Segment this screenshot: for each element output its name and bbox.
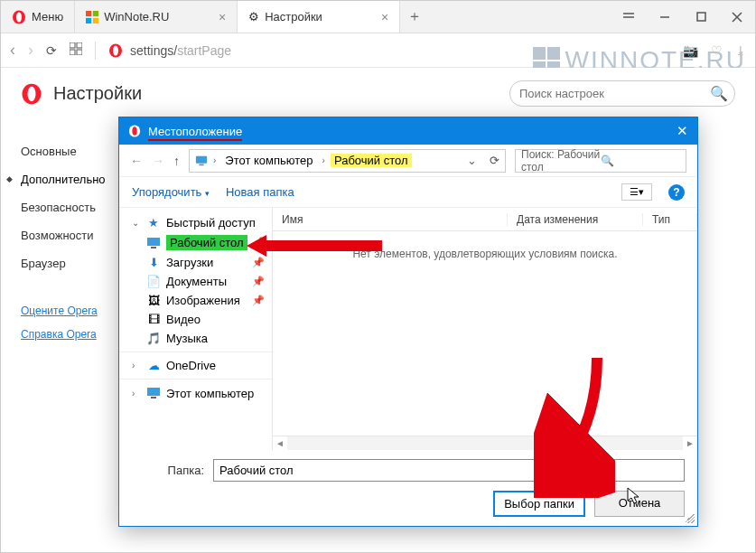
organize-button[interactable]: Упорядочить ▾	[132, 185, 210, 199]
chevron-down-icon[interactable]: ⌄	[132, 218, 141, 228]
dialog-nav: ← → ↑ › Этот компьютер › Рабочий стол ⌄ …	[119, 145, 697, 177]
forward-button[interactable]: ›	[28, 41, 33, 60]
sidebar-item-browser[interactable]: Браузер	[1, 249, 118, 277]
svg-rect-7	[70, 42, 75, 48]
search-icon: 🔍	[601, 155, 680, 167]
opera-icon	[21, 83, 42, 105]
page-title: Настройки	[53, 83, 142, 104]
crumb-desktop[interactable]: Рабочий стол	[331, 154, 412, 167]
menu-label: Меню	[32, 10, 63, 23]
col-date[interactable]: Дата изменения	[508, 213, 643, 226]
downloads-icon[interactable]: ⤓	[735, 43, 746, 58]
window-controls	[611, 1, 755, 33]
tree-item-desktop[interactable]: Рабочий стол 📌	[119, 232, 272, 253]
breadcrumb-dropdown[interactable]: ⌄	[467, 154, 477, 167]
svg-point-1	[16, 12, 22, 22]
speeddial-button[interactable]	[70, 42, 82, 58]
reload-button[interactable]: ⟳	[46, 43, 57, 58]
tree-item-documents[interactable]: 📄 Документы 📌	[119, 272, 272, 291]
close-button[interactable]	[719, 1, 755, 33]
view-mode-button[interactable]: ☰▾	[621, 183, 652, 201]
window-titlebar: Меню WinNote.RU × ⚙ Настройки × ＋	[1, 1, 755, 33]
tree-label: Загрузки	[166, 256, 213, 269]
horizontal-scrollbar[interactable]: ◄ ►	[273, 436, 697, 450]
nav-up-button[interactable]: ↑	[173, 154, 180, 168]
col-name[interactable]: Имя	[273, 213, 508, 226]
breadcrumb-refresh[interactable]: ⟳	[490, 154, 499, 167]
music-icon: 🎵	[146, 332, 161, 345]
desktop-icon	[146, 236, 161, 250]
svg-rect-18	[199, 164, 203, 165]
dialog-title: Местоположение	[148, 125, 242, 138]
pin-icon: 📌	[253, 237, 266, 248]
tab-strip: WinNote.RU × ⚙ Настройки × ＋	[75, 1, 611, 33]
tree-quick-access[interactable]: ⌄ ★ Быстрый доступ	[119, 213, 272, 232]
address-bar[interactable]: settings/startPage	[108, 43, 670, 58]
sidebar-item-security[interactable]: Безопасность	[1, 193, 118, 221]
minimize-button[interactable]	[647, 1, 683, 33]
tab-settings[interactable]: ⚙ Настройки ×	[238, 1, 400, 33]
camera-icon[interactable]: 📷	[683, 43, 698, 58]
empty-message: Нет элементов, удовлетворяющих условиям …	[273, 231, 697, 436]
settings-search-input[interactable]	[509, 80, 735, 107]
nav-forward-button[interactable]: →	[152, 154, 164, 168]
sidebar-item-features[interactable]: Возможности	[1, 221, 118, 249]
url-prefix: settings/	[130, 43, 177, 58]
settings-sidebar: Основные Дополнительно Безопасность Возм…	[1, 119, 118, 534]
tree-label: Видео	[166, 313, 201, 326]
tree-item-music[interactable]: 🎵 Музыка	[119, 329, 272, 348]
tree-item-downloads[interactable]: ⬇ Загрузки 📌	[119, 253, 272, 272]
back-button[interactable]: ‹	[10, 41, 15, 60]
tree-label: Музыка	[166, 332, 208, 345]
tab-close-icon[interactable]: ×	[381, 10, 388, 24]
svg-rect-17	[196, 155, 207, 163]
dialog-close-button[interactable]: ✕	[677, 123, 688, 139]
col-type[interactable]: Тип	[643, 213, 697, 226]
opera-icon	[12, 10, 26, 24]
folder-input[interactable]	[213, 459, 685, 482]
sidebar-link-help[interactable]: Справка Opera	[1, 323, 118, 346]
pc-icon	[195, 155, 208, 167]
opera-menu-button[interactable]: Меню	[1, 1, 75, 33]
sidebar-item-basic[interactable]: Основные	[1, 137, 118, 165]
cloud-icon: ☁	[146, 359, 161, 372]
tree-onedrive[interactable]: › ☁ OneDrive	[119, 356, 272, 375]
tab-winnote[interactable]: WinNote.RU ×	[75, 1, 238, 33]
select-folder-button[interactable]: Выбор папки	[493, 491, 585, 517]
help-button[interactable]: ?	[668, 184, 685, 201]
url-suffix: startPage	[177, 43, 231, 58]
breadcrumb-bar[interactable]: › Этот компьютер › Рабочий стол ⌄ ⟳	[189, 149, 506, 173]
heart-icon[interactable]: ♡	[711, 43, 723, 58]
sidebar-item-advanced[interactable]: Дополнительно	[1, 165, 118, 193]
new-tab-button[interactable]: ＋	[400, 1, 429, 33]
chevron-right-icon[interactable]: ›	[132, 389, 141, 398]
dialog-toolbar: Упорядочить ▾ Новая папка ☰▾ ?	[119, 177, 697, 208]
svg-rect-9	[70, 50, 75, 55]
folder-label: Папка:	[132, 464, 204, 477]
svg-rect-21	[147, 388, 160, 396]
folder-picker-dialog: Местоположение ✕ ← → ↑ › Этот компьютер …	[118, 117, 698, 527]
svg-rect-3	[93, 11, 98, 16]
scroll-right-icon[interactable]: ►	[683, 438, 697, 448]
pc-icon	[146, 386, 161, 400]
cancel-button[interactable]: Отмена	[594, 491, 685, 517]
new-folder-button[interactable]: Новая папка	[226, 185, 294, 199]
tree-this-pc[interactable]: › Этот компьютер	[119, 383, 272, 403]
separator	[95, 42, 96, 60]
tree-item-videos[interactable]: 🎞 Видео	[119, 310, 272, 329]
nav-back-button[interactable]: ←	[130, 154, 143, 168]
window-menu-button[interactable]	[611, 1, 647, 33]
resize-grip[interactable]	[686, 514, 695, 523]
scroll-left-icon[interactable]: ◄	[273, 438, 287, 448]
chevron-right-icon: ›	[213, 155, 216, 165]
crumb-this-pc[interactable]: Этот компьютер	[221, 154, 316, 167]
svg-point-12	[113, 45, 118, 55]
chevron-right-icon[interactable]: ›	[132, 361, 141, 370]
settings-search[interactable]: 🔍	[509, 80, 735, 107]
tree-item-pictures[interactable]: 🖼 Изображения 📌	[119, 291, 272, 310]
maximize-button[interactable]	[683, 1, 719, 33]
sidebar-link-rate[interactable]: Оцените Opera	[1, 299, 118, 323]
tab-close-icon[interactable]: ×	[219, 10, 226, 24]
svg-point-14	[28, 86, 36, 101]
dialog-search[interactable]: Поиск: Рабочий стол 🔍	[515, 149, 686, 173]
